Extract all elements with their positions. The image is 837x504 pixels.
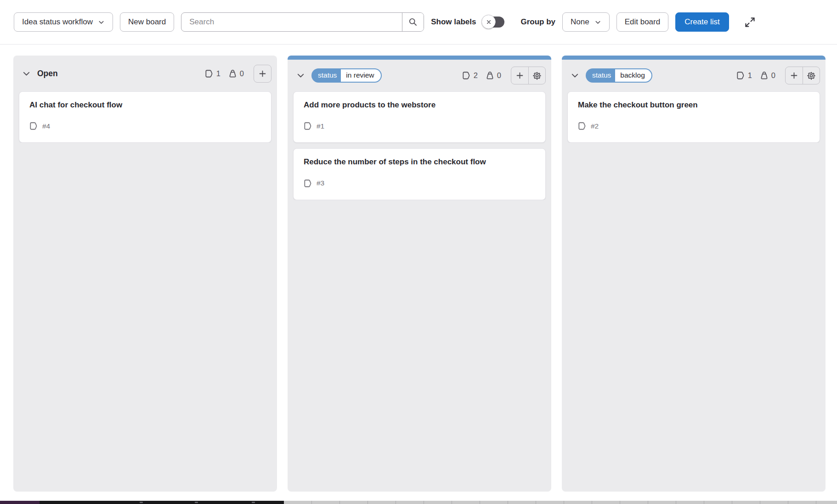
- card-list: AI chat for checkout flow #4: [13, 91, 277, 143]
- chevron-down-icon: [571, 71, 579, 80]
- board-list: status backlog 1 0: [562, 56, 826, 492]
- show-labels-label: Show labels: [431, 17, 476, 27]
- group-by-select[interactable]: None: [562, 12, 610, 32]
- issue-ref: #4: [42, 122, 50, 130]
- issue-ref-row: #4: [29, 122, 261, 130]
- label-value: in review: [341, 69, 380, 82]
- plus-icon: [258, 69, 267, 78]
- add-issue-button[interactable]: [786, 67, 803, 84]
- collapse-list-button[interactable]: [568, 69, 582, 83]
- issue-icon: [736, 71, 745, 80]
- new-board-button[interactable]: New board: [120, 12, 174, 32]
- issue-icon: [29, 122, 38, 130]
- label-value: backlog: [615, 69, 651, 82]
- weight-count: 0: [228, 69, 244, 78]
- list-scoped-label[interactable]: status backlog: [586, 68, 652, 83]
- list-scoped-label[interactable]: status in review: [311, 68, 382, 83]
- gear-icon: [807, 71, 816, 80]
- taskbar-strip-dark-segment: [40, 501, 284, 504]
- create-list-button[interactable]: Create list: [675, 12, 729, 32]
- plus-icon: [515, 71, 524, 80]
- board-list: status in review 2 0: [288, 56, 551, 492]
- issue-title: Add more products to the webstore: [304, 100, 535, 110]
- issue-ref: #2: [591, 122, 599, 130]
- chevron-down-icon: [22, 69, 31, 78]
- issue-ref-row: #2: [578, 122, 809, 130]
- issue-card[interactable]: Add more products to the webstore #1: [293, 91, 546, 143]
- card-list: Make the checkout button green #2: [562, 91, 826, 143]
- issue-count: 2: [462, 71, 478, 80]
- list-actions: [511, 67, 546, 84]
- group-by-value: None: [571, 17, 589, 27]
- board-switcher-button[interactable]: Idea status workflow: [14, 12, 113, 32]
- list-actions: [254, 65, 271, 83]
- label-scope: status: [587, 69, 615, 82]
- search-input[interactable]: [181, 13, 402, 31]
- expand-board-button[interactable]: [741, 14, 758, 31]
- plus-icon: [790, 71, 798, 80]
- weight-icon: [486, 71, 494, 80]
- weight-icon: [760, 71, 769, 80]
- issue-title: Reduce the number of steps in the checko…: [304, 157, 535, 167]
- issue-title: AI chat for checkout flow: [29, 100, 261, 110]
- bottom-taskbar-strip: [0, 501, 837, 504]
- issue-count: 1: [736, 71, 752, 80]
- card-list: Add more products to the webstore #1 Red…: [288, 91, 551, 200]
- issue-ref-row: #1: [304, 122, 535, 130]
- issue-ref-row: #3: [304, 179, 535, 188]
- issue-icon: [578, 122, 587, 130]
- show-labels-toggle[interactable]: [483, 17, 504, 28]
- board-switcher-label: Idea status workflow: [22, 17, 93, 27]
- issue-ref: #1: [317, 122, 324, 130]
- list-actions: [785, 67, 820, 84]
- chevron-down-icon: [98, 19, 105, 26]
- list-settings-button[interactable]: [803, 67, 820, 84]
- toggle-knob: [481, 15, 496, 29]
- list-title: Open: [37, 69, 58, 78]
- list-header: status in review 2 0: [288, 60, 551, 91]
- weight-count: 0: [760, 71, 775, 80]
- add-issue-button[interactable]: [511, 67, 528, 84]
- issue-card[interactable]: Make the checkout button green #2: [567, 91, 820, 143]
- x-icon: [485, 18, 492, 26]
- search-button[interactable]: [402, 13, 424, 31]
- add-issue-button[interactable]: [254, 65, 271, 82]
- list-accent-bar: [562, 56, 826, 60]
- collapse-list-button[interactable]: [294, 69, 307, 83]
- list-settings-button[interactable]: [528, 67, 545, 84]
- issue-card[interactable]: Reduce the number of steps in the checko…: [293, 148, 546, 200]
- collapse-list-button[interactable]: [19, 67, 33, 80]
- search-icon: [408, 17, 418, 27]
- chevron-down-icon: [296, 71, 305, 80]
- list-header: Open 1 0: [13, 56, 277, 91]
- issue-ref: #3: [317, 179, 324, 187]
- weight-icon: [228, 69, 237, 78]
- gear-icon: [532, 71, 542, 80]
- list-header: status backlog 1 0: [562, 60, 826, 91]
- issue-icon: [304, 122, 312, 130]
- issue-icon: [304, 179, 312, 188]
- search-box: [181, 12, 424, 32]
- issue-count: 1: [205, 69, 221, 78]
- board-toolbar: Idea status workflow New board Show labe…: [0, 0, 837, 45]
- edit-board-button[interactable]: Edit board: [616, 12, 669, 32]
- group-by-label: Group by: [520, 17, 555, 27]
- list-accent-bar: [288, 56, 551, 60]
- board: Open 1 0: [0, 45, 837, 492]
- label-scope: status: [312, 69, 341, 82]
- expand-icon: [744, 17, 756, 28]
- issue-title: Make the checkout button green: [578, 100, 809, 110]
- board-list: Open 1 0: [13, 56, 277, 492]
- taskbar-strip-light-segment: [284, 501, 837, 504]
- issue-card[interactable]: AI chat for checkout flow #4: [19, 91, 271, 143]
- issue-icon: [205, 69, 214, 78]
- weight-count: 0: [486, 71, 501, 80]
- taskbar-strip-purple-segment: [0, 501, 40, 504]
- chevron-down-icon: [594, 19, 601, 26]
- issue-icon: [462, 71, 471, 80]
